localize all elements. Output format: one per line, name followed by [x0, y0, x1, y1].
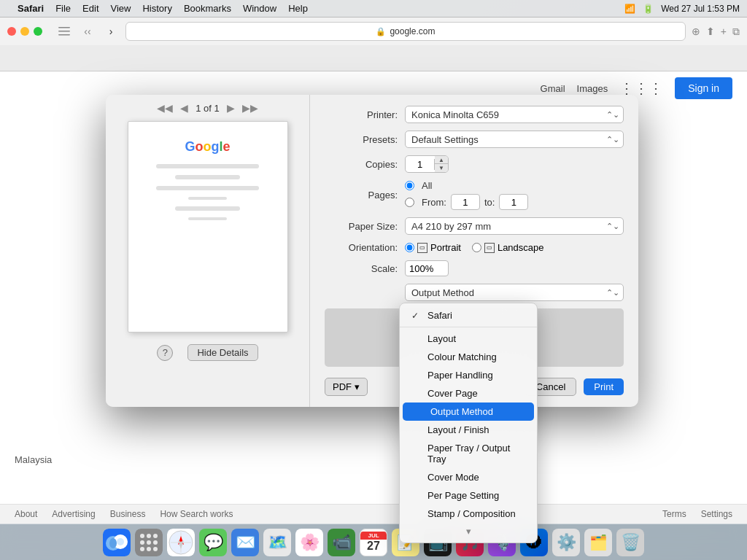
dropdown-item-output-method[interactable]: Output Method — [403, 402, 534, 421]
svg-point-6 — [109, 538, 117, 548]
dropdown-item-layout[interactable]: Layout — [400, 330, 537, 348]
scale-input[interactable] — [405, 260, 449, 276]
menu-safari[interactable]: Safari — [18, 3, 44, 14]
print-dialog: ◀◀ ◀ 1 of 1 ▶ ▶▶ Google — [106, 95, 638, 407]
menu-bookmarks[interactable]: Bookmarks — [184, 3, 231, 14]
tab-overview-icon[interactable]: ⧉ — [732, 26, 740, 38]
dropdown-item-layout-finish[interactable]: Layout / Finish — [400, 421, 537, 439]
pages-from-input[interactable] — [451, 194, 480, 210]
footer-business[interactable]: Business — [110, 509, 146, 519]
footer-terms[interactable]: Terms — [662, 509, 686, 519]
copies-down-button[interactable]: ▼ — [435, 164, 448, 172]
svg-rect-0 — [58, 27, 70, 28]
dock-maps[interactable]: 🗺️ — [263, 529, 291, 556]
footer-about[interactable]: About — [15, 509, 37, 519]
dock-finder2[interactable]: 🗂️ — [584, 529, 612, 556]
layout-option-label: Layout — [427, 333, 456, 344]
svg-point-15 — [140, 547, 144, 551]
copies-up-button[interactable]: ▲ — [435, 156, 448, 164]
orientation-group: ▭ Portrait ▭ Landscape — [405, 242, 544, 253]
datetime: Wed 27 Jul 1:53 PM — [661, 4, 740, 14]
pages-from-to-group: From: to: — [422, 194, 528, 210]
orientation-label: Orientation: — [325, 242, 398, 253]
pages-row: Pages: All From: to: — [325, 180, 624, 210]
landscape-radio[interactable] — [472, 243, 481, 252]
download-icon[interactable]: ⊕ — [692, 26, 700, 37]
pages-all-label: All — [422, 180, 432, 191]
dock-photos[interactable]: 🌸 — [295, 529, 323, 556]
dock-trash[interactable]: 🗑️ — [616, 529, 644, 556]
address-bar[interactable]: 🔒 google.com — [125, 22, 686, 41]
dropdown-item-cover-page[interactable]: Cover Page — [400, 384, 537, 402]
footer-how-search[interactable]: How Search works — [160, 509, 233, 519]
dock-launchpad[interactable] — [135, 529, 163, 556]
dropdown-item-paper-tray-output[interactable]: Paper Tray / Output Tray — [400, 439, 537, 468]
pages-from-radio[interactable] — [405, 198, 414, 207]
signin-button[interactable]: Sign in — [675, 77, 732, 99]
menu-file[interactable]: File — [55, 3, 71, 14]
footer-advertising[interactable]: Advertising — [52, 509, 95, 519]
battery-icon: 🔋 — [643, 4, 654, 14]
dock-calendar[interactable]: JUL 27 — [360, 529, 387, 556]
layout-finish-option-label: Layout / Finish — [427, 424, 489, 435]
menu-window[interactable]: Window — [243, 3, 276, 14]
footer-settings[interactable]: Settings — [701, 509, 732, 519]
new-tab-icon[interactable]: + — [721, 26, 727, 37]
dropdown-more: ▾ — [400, 523, 537, 540]
page-indicator: 1 of 1 — [196, 103, 220, 114]
prev-page-button[interactable]: ◀ — [180, 102, 188, 114]
copies-stepper: ▲ ▼ — [405, 155, 449, 173]
portrait-radio[interactable] — [405, 243, 414, 252]
section-dropdown-menu: Safari Layout Colour Matching Paper Hand… — [399, 303, 538, 543]
dock-mail[interactable]: ✉️ — [231, 529, 259, 556]
dock-messages[interactable]: 💬 — [199, 529, 227, 556]
maximize-button[interactable] — [34, 27, 42, 36]
minimize-button[interactable] — [20, 27, 29, 36]
forward-button[interactable]: › — [102, 23, 120, 40]
dropdown-item-safari[interactable]: Safari — [400, 306, 537, 324]
first-page-button[interactable]: ◀◀ — [157, 102, 173, 114]
section-select[interactable]: Output Method — [405, 284, 624, 301]
dropdown-item-cover-mode[interactable]: Cover Mode — [400, 468, 537, 486]
copies-label: Copies: — [325, 159, 398, 170]
section-select-wrapper: Output Method ⌃⌄ — [405, 284, 624, 301]
help-button[interactable]: ? — [157, 345, 173, 361]
next-page-button[interactable]: ▶ — [227, 102, 235, 114]
hide-details-button[interactable]: Hide Details — [187, 344, 258, 361]
images-link[interactable]: Images — [577, 83, 608, 94]
gmail-link[interactable]: Gmail — [541, 83, 565, 94]
dropdown-item-per-page-setting[interactable]: Per Page Setting — [400, 486, 537, 505]
landscape-label: Landscape — [498, 242, 544, 253]
presets-row: Presets: Default Settings ⌃⌄ — [325, 131, 624, 148]
dropdown-item-paper-handling[interactable]: Paper Handling — [400, 366, 537, 384]
wifi-icon[interactable]: 📶 — [624, 4, 635, 14]
menu-view[interactable]: View — [111, 3, 131, 14]
presets-select[interactable]: Default Settings — [405, 131, 624, 148]
paper-size-select[interactable]: A4 210 by 297 mm — [405, 217, 624, 235]
share-icon[interactable]: ⬆ — [706, 26, 715, 37]
google-footer: About Advertising Business How Search wo… — [0, 504, 747, 524]
menu-edit[interactable]: Edit — [82, 3, 98, 14]
sidebar-toggle-icon[interactable] — [55, 23, 73, 40]
pdf-button[interactable]: PDF ▾ — [325, 378, 368, 396]
back-button[interactable]: ‹‹ — [79, 23, 96, 40]
menu-history[interactable]: History — [142, 3, 171, 14]
pages-all-radio[interactable] — [405, 181, 414, 190]
dock-systemprefs[interactable]: ⚙️ — [552, 529, 580, 556]
last-page-button[interactable]: ▶▶ — [242, 102, 258, 114]
menu-help[interactable]: Help — [288, 3, 308, 14]
dropdown-item-colour-matching[interactable]: Colour Matching — [400, 348, 537, 366]
dock-safari[interactable] — [167, 529, 195, 556]
copies-input[interactable] — [406, 159, 435, 170]
printer-select[interactable]: Konica Minolta C659 — [405, 106, 624, 123]
dock-facetime[interactable]: 📹 — [328, 529, 355, 556]
close-button[interactable] — [7, 27, 16, 36]
stamp-composition-option-label: Stamp / Composition — [427, 508, 516, 519]
pages-to-input[interactable] — [499, 194, 528, 210]
dropdown-more-icon: ▾ — [466, 526, 471, 537]
dock-finder[interactable] — [103, 529, 131, 556]
dropdown-item-stamp-composition[interactable]: Stamp / Composition — [400, 505, 537, 523]
cover-page-option-label: Cover Page — [427, 388, 478, 399]
landscape-icon: ▭ — [484, 243, 495, 253]
print-button[interactable]: Print — [584, 378, 624, 395]
